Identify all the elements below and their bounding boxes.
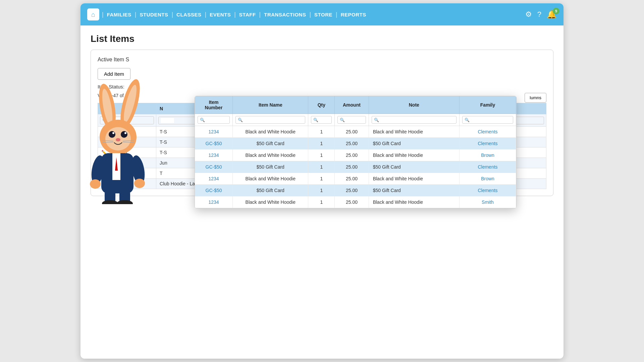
bunny-mascot — [80, 77, 154, 204]
popup-table-row: GC-$50$50 Gift Card125.00$50 Gift CardCl… — [195, 185, 516, 196]
popup-note: Black and White Hoodie — [369, 149, 459, 161]
nav-sep-2: | — [135, 11, 137, 18]
svg-point-23 — [134, 179, 145, 188]
nav-sep-6: | — [259, 11, 261, 18]
help-icon[interactable]: ? — [537, 10, 541, 19]
search-icon-family: 🔍 — [465, 118, 470, 122]
popup-amount: 25.00 — [335, 161, 369, 173]
nav-sep-4: | — [205, 11, 206, 18]
popup-header-row: ItemNumber Item Name Qty Amount Note Fam… — [195, 96, 516, 114]
popup-qty: 1 — [308, 138, 335, 149]
popup-item-name: $50 Gift Card — [233, 185, 308, 196]
popup-family-link[interactable]: Clements — [478, 164, 497, 170]
overlay-popup: ItemNumber Item Name Qty Amount Note Fam… — [195, 96, 517, 208]
popup-family-link[interactable]: Brown — [481, 176, 494, 181]
app-container: ⌂ | FAMILIES | STUDENTS | CLASSES | EVEN… — [80, 3, 564, 359]
popup-note: $50 Gift Card — [369, 185, 459, 196]
svg-point-10 — [116, 138, 120, 141]
nav-sep-3: | — [171, 11, 173, 18]
popup-table-row: 1234Black and White Hoodie125.00Black an… — [195, 196, 516, 208]
popup-item-name: $50 Gift Card — [233, 161, 308, 173]
popup-col-item-name: Item Name — [233, 96, 308, 114]
popup-item-number-link[interactable]: 1234 — [208, 176, 219, 181]
popup-search-item-name[interactable] — [244, 117, 303, 122]
popup-item-name: Black and White Hoodie — [233, 196, 308, 208]
popup-search-amount[interactable] — [346, 117, 363, 122]
popup-search-note[interactable] — [380, 117, 454, 122]
popup-search-item-number[interactable] — [206, 117, 227, 122]
popup-search-family[interactable] — [471, 117, 511, 122]
nav-link-events[interactable]: EVENTS — [209, 10, 231, 19]
nav-link-classes[interactable]: CLASSES — [176, 10, 202, 19]
popup-qty: 1 — [308, 185, 335, 196]
popup-item-number-link[interactable]: GC-$50 — [206, 164, 222, 170]
popup-note: Black and White Hoodie — [369, 126, 459, 138]
popup-family-link[interactable]: Smith — [482, 199, 494, 205]
popup-table-row: 1234Black and White Hoodie125.00Black an… — [195, 173, 516, 185]
popup-item-number-link[interactable]: 1234 — [208, 129, 219, 134]
svg-point-9 — [124, 132, 126, 134]
popup-note: $50 Gift Card — [369, 161, 459, 173]
search-icon-qty: 🔍 — [313, 118, 318, 122]
columns-button[interactable]: lumns — [525, 93, 546, 103]
popup-amount: 25.00 — [335, 138, 369, 149]
popup-item-name: Black and White Hoodie — [233, 173, 308, 185]
popup-qty: 1 — [308, 126, 335, 138]
nav-sep-1: | — [102, 11, 104, 18]
svg-point-6 — [109, 131, 115, 138]
popup-amount: 25.00 — [335, 185, 369, 196]
popup-item-number-link[interactable]: 1234 — [208, 199, 219, 205]
notification-badge: 9 — [553, 8, 559, 14]
svg-point-27 — [117, 200, 133, 204]
search-icon-note: 🔍 — [374, 118, 379, 122]
popup-table: ItemNumber Item Name Qty Amount Note Fam… — [195, 96, 516, 208]
page-content: List Items Active Item S Add Item Item S… — [80, 25, 564, 204]
nav-link-students[interactable]: STUDENTS — [139, 10, 169, 19]
popup-amount: 25.00 — [335, 126, 369, 138]
popup-search-row: 🔍 🔍 🔍 — [195, 114, 516, 126]
bunny-svg — [80, 77, 154, 204]
popup-col-family: Family — [459, 96, 516, 114]
nav-link-transactions[interactable]: TRANSACTIONS — [263, 10, 307, 19]
popup-qty: 1 — [308, 149, 335, 161]
search-icon-item-name: 🔍 — [238, 118, 243, 122]
popup-table-body: 1234Black and White Hoodie125.00Black an… — [195, 126, 516, 208]
popup-col-note: Note — [369, 96, 459, 114]
nav-link-reports[interactable]: REPORTS — [340, 10, 367, 19]
popup-qty: 1 — [308, 196, 335, 208]
svg-line-14 — [123, 142, 134, 142]
popup-search-qty[interactable] — [320, 117, 329, 122]
item-status-row: Item Status: — [98, 84, 546, 89]
home-icon[interactable]: ⌂ — [87, 8, 99, 20]
popup-item-number-link[interactable]: GC-$50 — [206, 188, 222, 193]
popup-amount: 25.00 — [335, 196, 369, 208]
popup-item-name: $50 Gift Card — [233, 138, 308, 149]
popup-table-row: GC-$50$50 Gift Card125.00$50 Gift CardCl… — [195, 138, 516, 149]
notification-bell[interactable]: 🔔 9 — [547, 10, 557, 19]
popup-family-link[interactable]: Clements — [478, 141, 497, 146]
nav-sep-7: | — [309, 11, 311, 18]
svg-point-7 — [121, 131, 127, 138]
svg-point-8 — [112, 132, 114, 134]
nav-link-staff[interactable]: STAFF — [238, 10, 257, 19]
popup-qty: 1 — [308, 161, 335, 173]
nav-sep-8: | — [336, 11, 337, 18]
popup-family-link[interactable]: Brown — [481, 153, 494, 158]
popup-family-link[interactable]: Clements — [478, 188, 497, 193]
popup-col-item-number: ItemNumber — [195, 96, 233, 114]
popup-family-link[interactable]: Clements — [478, 129, 497, 134]
popup-amount: 25.00 — [335, 173, 369, 185]
popup-qty: 1 — [308, 173, 335, 185]
popup-col-qty: Qty — [308, 96, 335, 114]
popup-item-number-link[interactable]: GC-$50 — [206, 141, 222, 146]
bg-search-name[interactable] — [161, 118, 174, 123]
popup-item-number-link[interactable]: 1234 — [208, 153, 219, 158]
popup-note: Black and White Hoodie — [369, 173, 459, 185]
popup-table-row: 1234Black and White Hoodie125.00Black an… — [195, 126, 516, 138]
search-icon-item-num: 🔍 — [200, 118, 205, 122]
popup-amount: 25.00 — [335, 149, 369, 161]
nav-link-store[interactable]: STORE — [314, 10, 333, 19]
nav-sep-5: | — [234, 11, 236, 18]
gear-icon[interactable]: ⚙ — [525, 10, 532, 19]
nav-link-families[interactable]: FAMILIES — [106, 10, 132, 19]
